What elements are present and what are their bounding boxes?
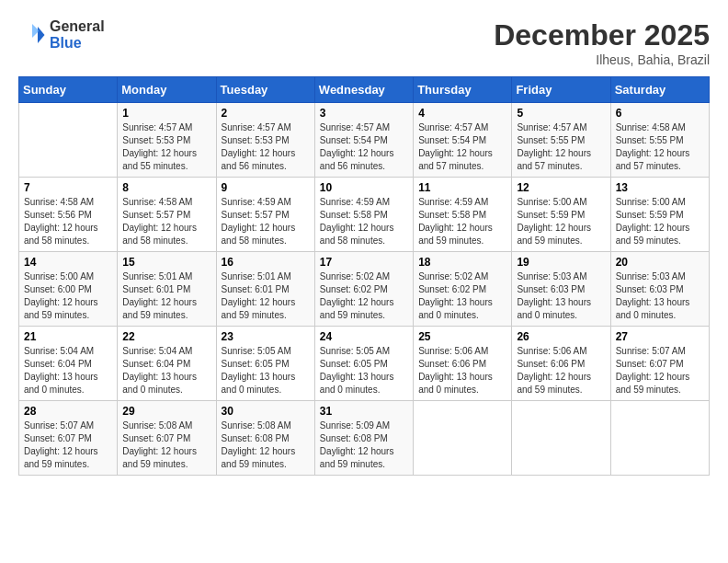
calendar-cell bbox=[414, 401, 512, 476]
calendar-cell: 26Sunrise: 5:06 AM Sunset: 6:06 PM Dayli… bbox=[512, 327, 610, 401]
day-info: Sunrise: 5:04 AM Sunset: 6:04 PM Dayligh… bbox=[24, 345, 112, 396]
day-info: Sunrise: 4:59 AM Sunset: 5:58 PM Dayligh… bbox=[320, 196, 408, 247]
calendar-week-row: 14Sunrise: 5:00 AM Sunset: 6:00 PM Dayli… bbox=[19, 252, 710, 327]
weekday-header-friday: Friday bbox=[512, 77, 610, 103]
calendar-cell: 29Sunrise: 5:08 AM Sunset: 6:07 PM Dayli… bbox=[118, 401, 216, 476]
day-number: 3 bbox=[320, 107, 408, 120]
calendar-cell: 7Sunrise: 4:58 AM Sunset: 5:56 PM Daylig… bbox=[19, 178, 118, 252]
day-number: 25 bbox=[418, 330, 506, 343]
day-number: 11 bbox=[418, 181, 506, 194]
calendar-cell: 20Sunrise: 5:03 AM Sunset: 6:03 PM Dayli… bbox=[610, 252, 709, 327]
calendar-cell: 22Sunrise: 5:04 AM Sunset: 6:04 PM Dayli… bbox=[118, 327, 216, 401]
day-number: 29 bbox=[122, 405, 210, 418]
calendar-cell: 27Sunrise: 5:07 AM Sunset: 6:07 PM Dayli… bbox=[610, 327, 709, 401]
calendar-cell: 14Sunrise: 5:00 AM Sunset: 6:00 PM Dayli… bbox=[19, 252, 118, 327]
day-info: Sunrise: 5:00 AM Sunset: 5:59 PM Dayligh… bbox=[616, 196, 704, 247]
day-number: 20 bbox=[616, 256, 704, 269]
day-number: 26 bbox=[517, 330, 605, 343]
calendar-cell: 15Sunrise: 5:01 AM Sunset: 6:01 PM Dayli… bbox=[118, 252, 216, 327]
weekday-header-wednesday: Wednesday bbox=[314, 77, 413, 103]
day-info: Sunrise: 4:59 AM Sunset: 5:58 PM Dayligh… bbox=[418, 196, 506, 247]
weekday-header-sunday: Sunday bbox=[19, 77, 118, 103]
calendar-week-row: 1Sunrise: 4:57 AM Sunset: 5:53 PM Daylig… bbox=[19, 103, 710, 178]
calendar-cell: 12Sunrise: 5:00 AM Sunset: 5:59 PM Dayli… bbox=[512, 178, 610, 252]
day-info: Sunrise: 5:00 AM Sunset: 5:59 PM Dayligh… bbox=[517, 196, 605, 247]
logo-text: General Blue bbox=[50, 18, 105, 51]
day-info: Sunrise: 5:02 AM Sunset: 6:02 PM Dayligh… bbox=[418, 270, 506, 322]
day-number: 16 bbox=[222, 256, 310, 269]
day-info: Sunrise: 5:05 AM Sunset: 6:05 PM Dayligh… bbox=[222, 345, 310, 396]
location-label: Ilheus, Bahia, Brazil bbox=[494, 52, 710, 67]
day-info: Sunrise: 5:09 AM Sunset: 6:08 PM Dayligh… bbox=[320, 419, 408, 471]
day-number: 22 bbox=[122, 330, 210, 343]
day-info: Sunrise: 4:57 AM Sunset: 5:55 PM Dayligh… bbox=[517, 121, 605, 173]
day-number: 30 bbox=[222, 405, 310, 418]
calendar-cell: 8Sunrise: 4:58 AM Sunset: 5:57 PM Daylig… bbox=[118, 178, 216, 252]
day-number: 15 bbox=[122, 256, 210, 269]
calendar-cell: 6Sunrise: 4:58 AM Sunset: 5:55 PM Daylig… bbox=[610, 103, 709, 178]
calendar-cell: 31Sunrise: 5:09 AM Sunset: 6:08 PM Dayli… bbox=[314, 401, 413, 476]
weekday-header-saturday: Saturday bbox=[610, 77, 709, 103]
calendar-cell: 9Sunrise: 4:59 AM Sunset: 5:57 PM Daylig… bbox=[216, 178, 314, 252]
day-info: Sunrise: 5:07 AM Sunset: 6:07 PM Dayligh… bbox=[616, 345, 704, 396]
day-number: 4 bbox=[418, 107, 506, 120]
day-info: Sunrise: 5:07 AM Sunset: 6:07 PM Dayligh… bbox=[24, 419, 112, 471]
day-info: Sunrise: 4:59 AM Sunset: 5:57 PM Dayligh… bbox=[222, 196, 310, 247]
calendar-cell: 19Sunrise: 5:03 AM Sunset: 6:03 PM Dayli… bbox=[512, 252, 610, 327]
day-info: Sunrise: 5:02 AM Sunset: 6:02 PM Dayligh… bbox=[320, 270, 408, 322]
day-info: Sunrise: 5:04 AM Sunset: 6:04 PM Dayligh… bbox=[122, 345, 210, 396]
logo-blue-text: Blue bbox=[50, 35, 105, 52]
calendar-cell: 18Sunrise: 5:02 AM Sunset: 6:02 PM Dayli… bbox=[414, 252, 512, 327]
calendar-cell: 1Sunrise: 4:57 AM Sunset: 5:53 PM Daylig… bbox=[118, 103, 216, 178]
day-info: Sunrise: 4:58 AM Sunset: 5:55 PM Dayligh… bbox=[616, 121, 704, 173]
day-number: 10 bbox=[320, 181, 408, 194]
day-number: 31 bbox=[320, 405, 408, 418]
day-info: Sunrise: 5:01 AM Sunset: 6:01 PM Dayligh… bbox=[122, 270, 210, 322]
day-info: Sunrise: 5:05 AM Sunset: 6:05 PM Dayligh… bbox=[320, 345, 408, 396]
calendar-cell: 2Sunrise: 4:57 AM Sunset: 5:53 PM Daylig… bbox=[216, 103, 314, 178]
day-number: 23 bbox=[222, 330, 310, 343]
day-info: Sunrise: 5:06 AM Sunset: 6:06 PM Dayligh… bbox=[418, 345, 506, 396]
title-block: December 2025 Ilheus, Bahia, Brazil bbox=[494, 18, 710, 67]
calendar-cell: 16Sunrise: 5:01 AM Sunset: 6:01 PM Dayli… bbox=[216, 252, 314, 327]
logo: General Blue bbox=[18, 18, 105, 51]
calendar-body: 1Sunrise: 4:57 AM Sunset: 5:53 PM Daylig… bbox=[19, 103, 710, 476]
weekday-row: SundayMondayTuesdayWednesdayThursdayFrid… bbox=[19, 77, 710, 103]
day-info: Sunrise: 4:58 AM Sunset: 5:57 PM Dayligh… bbox=[122, 196, 210, 247]
calendar-cell: 23Sunrise: 5:05 AM Sunset: 6:05 PM Dayli… bbox=[216, 327, 314, 401]
svg-marker-0 bbox=[38, 27, 45, 43]
weekday-header-monday: Monday bbox=[118, 77, 216, 103]
day-number: 27 bbox=[616, 330, 704, 343]
calendar-cell bbox=[610, 401, 709, 476]
day-number: 12 bbox=[517, 181, 605, 194]
day-info: Sunrise: 4:57 AM Sunset: 5:53 PM Dayligh… bbox=[122, 121, 210, 173]
calendar-cell: 13Sunrise: 5:00 AM Sunset: 5:59 PM Dayli… bbox=[610, 178, 709, 252]
day-info: Sunrise: 4:57 AM Sunset: 5:54 PM Dayligh… bbox=[320, 121, 408, 173]
month-title: December 2025 bbox=[494, 18, 710, 52]
day-number: 21 bbox=[24, 330, 112, 343]
calendar-week-row: 21Sunrise: 5:04 AM Sunset: 6:04 PM Dayli… bbox=[19, 327, 710, 401]
calendar-cell: 28Sunrise: 5:07 AM Sunset: 6:07 PM Dayli… bbox=[19, 401, 118, 476]
day-info: Sunrise: 5:01 AM Sunset: 6:01 PM Dayligh… bbox=[222, 270, 310, 322]
day-info: Sunrise: 5:08 AM Sunset: 6:08 PM Dayligh… bbox=[222, 419, 310, 471]
calendar-cell: 24Sunrise: 5:05 AM Sunset: 6:05 PM Dayli… bbox=[314, 327, 413, 401]
day-number: 28 bbox=[24, 405, 112, 418]
page-header: General Blue December 2025 Ilheus, Bahia… bbox=[18, 18, 710, 67]
day-info: Sunrise: 5:03 AM Sunset: 6:03 PM Dayligh… bbox=[517, 270, 605, 322]
calendar-header: SundayMondayTuesdayWednesdayThursdayFrid… bbox=[19, 77, 710, 103]
day-number: 9 bbox=[222, 181, 310, 194]
calendar-cell: 17Sunrise: 5:02 AM Sunset: 6:02 PM Dayli… bbox=[314, 252, 413, 327]
day-number: 2 bbox=[222, 107, 310, 120]
day-info: Sunrise: 5:03 AM Sunset: 6:03 PM Dayligh… bbox=[616, 270, 704, 322]
logo-general-text: General bbox=[50, 18, 105, 35]
day-number: 24 bbox=[320, 330, 408, 343]
calendar-cell: 10Sunrise: 4:59 AM Sunset: 5:58 PM Dayli… bbox=[314, 178, 413, 252]
calendar-table: SundayMondayTuesdayWednesdayThursdayFrid… bbox=[18, 76, 710, 476]
calendar-cell: 30Sunrise: 5:08 AM Sunset: 6:08 PM Dayli… bbox=[216, 401, 314, 476]
day-info: Sunrise: 4:58 AM Sunset: 5:56 PM Dayligh… bbox=[24, 196, 112, 247]
day-number: 5 bbox=[517, 107, 605, 120]
calendar-cell bbox=[19, 103, 118, 178]
calendar-cell: 4Sunrise: 4:57 AM Sunset: 5:54 PM Daylig… bbox=[414, 103, 512, 178]
calendar-week-row: 7Sunrise: 4:58 AM Sunset: 5:56 PM Daylig… bbox=[19, 178, 710, 252]
day-number: 7 bbox=[24, 181, 112, 194]
